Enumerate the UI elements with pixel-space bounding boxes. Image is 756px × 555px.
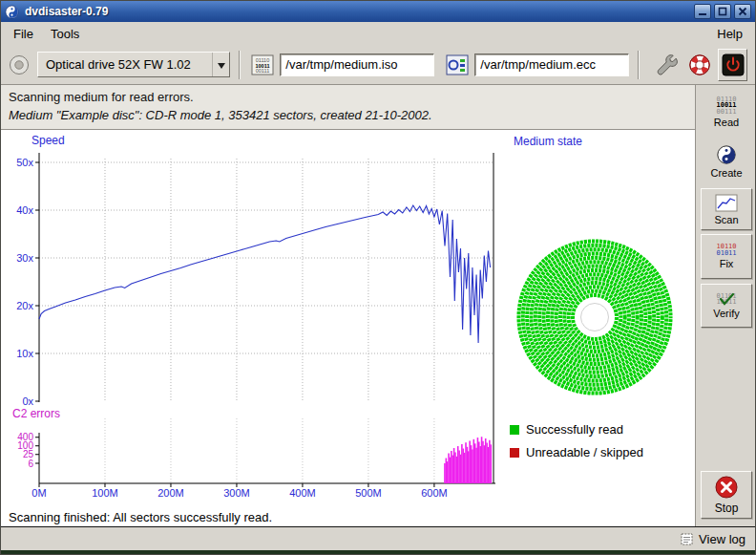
drive-selector-dropdown[interactable]: Optical drive 52X FW 1.02 xyxy=(37,52,230,77)
axis-tick-label: 200M xyxy=(158,487,184,499)
content-panel: Speed C2 errors 0x10x20x30x40x50x0M100M2… xyxy=(1,130,695,526)
read-button[interactable]: 01110 10011 00111 Read xyxy=(701,90,752,135)
disc-center-hole xyxy=(581,304,609,331)
fix-button-label: Fix xyxy=(720,258,734,269)
status-header-line1: Scanning medium for read errors. xyxy=(9,90,695,104)
menu-help[interactable]: Help xyxy=(708,25,751,43)
speed-and-c2-chart: 0x10x20x30x40x50x0M100M200M300M400M500M6… xyxy=(9,132,514,506)
ecc-path-input[interactable] xyxy=(474,53,629,76)
axis-tick-label: 0M xyxy=(32,487,46,499)
c2-errors-chart-title: C2 errors xyxy=(12,407,60,420)
status-header-line2: Medium "Example disc": CD-R mode 1, 3534… xyxy=(9,108,695,122)
legend-label-unreadable: Unreadable / skipped xyxy=(526,445,643,459)
axis-tick-label: 500M xyxy=(355,487,382,499)
medium-state-title: Medium state xyxy=(514,135,582,148)
status-header: Scanning medium for read errors. Medium … xyxy=(1,85,695,130)
verify-button[interactable]: 01101 10011 Verify xyxy=(701,284,752,328)
axis-tick-label: 20x xyxy=(16,300,33,311)
legend-swatch-unreadable xyxy=(510,448,519,458)
quit-button[interactable] xyxy=(718,49,747,81)
verify-icon: 01101 10011 xyxy=(716,293,736,306)
svg-text:00111: 00111 xyxy=(256,68,269,74)
legend-label-success: Successfully read xyxy=(526,422,623,437)
scan-button-label: Scan xyxy=(714,214,738,225)
axis-tick-label: 600M xyxy=(421,487,448,499)
disc-spiral-graphic xyxy=(511,232,679,402)
stop-icon xyxy=(714,475,739,500)
scan-result-message: Scanning finished: All sectors successfu… xyxy=(9,510,272,524)
log-window-icon xyxy=(681,533,693,545)
stop-button-label: Stop xyxy=(715,502,739,515)
ecc-file-icon xyxy=(446,54,469,75)
window-controls xyxy=(694,4,751,19)
create-button-label: Create xyxy=(710,167,742,179)
toolbar-separator xyxy=(239,51,241,79)
axis-tick-label: 400M xyxy=(289,487,316,499)
window-bottom-edge xyxy=(1,550,755,555)
toolbar-separator xyxy=(638,51,640,79)
axis-tick-label: 30x xyxy=(16,252,33,264)
legend-swatch-success xyxy=(510,425,519,435)
read-icon: 01110 10011 00111 xyxy=(716,96,736,116)
menubar: File Tools Help xyxy=(1,22,755,45)
maximize-button[interactable] xyxy=(714,4,731,19)
close-button[interactable] xyxy=(734,4,751,19)
titlebar[interactable]: dvdisaster-0.79 xyxy=(1,1,755,22)
axis-tick-label: 300M xyxy=(223,487,250,499)
create-button[interactable]: Create xyxy=(701,139,752,183)
fix-button[interactable]: 10110 01011 Fix xyxy=(701,234,752,279)
axis-tick-label: 10x xyxy=(16,348,33,359)
power-icon xyxy=(722,53,745,76)
verify-button-label: Verify xyxy=(713,308,740,319)
action-sidebar: 01110 10011 00111 Read Create xyxy=(695,85,756,526)
window-title: dvdisaster-0.79 xyxy=(25,5,688,18)
stop-button[interactable]: Stop xyxy=(701,471,752,519)
legend-item-unreadable: Unreadable / skipped xyxy=(510,445,643,459)
drive-icon xyxy=(9,54,30,75)
scan-button[interactable]: Scan xyxy=(701,188,752,230)
menu-file[interactable]: File xyxy=(5,25,42,43)
chevron-down-icon[interactable] xyxy=(212,53,229,76)
axis-tick-label: 400 xyxy=(17,432,33,442)
yin-yang-icon xyxy=(716,144,737,165)
app-icon xyxy=(5,5,19,19)
scan-charts: Speed C2 errors 0x10x20x30x40x50x0M100M2… xyxy=(9,132,514,506)
bottom-bar: View log xyxy=(1,526,755,550)
app-window: dvdisaster-0.79 File Tools Help Optical … xyxy=(0,0,756,555)
main-area: Scanning medium for read errors. Medium … xyxy=(1,85,755,526)
preferences-button[interactable] xyxy=(652,49,682,81)
axis-tick-label: 100M xyxy=(92,487,118,499)
view-log-button[interactable]: View log xyxy=(699,532,746,546)
checkmark-icon xyxy=(716,290,737,308)
axis-tick-label: 50x xyxy=(16,157,33,168)
toolbar: Optical drive 52X FW 1.02 01110 10011 00… xyxy=(1,45,755,85)
speed-chart-title: Speed xyxy=(32,134,65,147)
image-file-icon: 01110 10011 00111 xyxy=(251,54,274,75)
axis-tick-label: 40x xyxy=(16,204,33,216)
menu-tools[interactable]: Tools xyxy=(42,25,88,43)
read-button-label: Read xyxy=(714,117,739,128)
lifebuoy-icon xyxy=(688,53,711,76)
image-path-input[interactable] xyxy=(280,53,434,76)
scan-chart-icon xyxy=(715,194,738,212)
wrench-icon xyxy=(656,53,679,76)
drive-selector-value: Optical drive 52X FW 1.02 xyxy=(38,57,212,72)
legend-item-success: Successfully read xyxy=(510,422,623,437)
help-button[interactable] xyxy=(685,49,715,81)
fix-icon: 10110 01011 xyxy=(716,244,736,256)
minimize-button[interactable] xyxy=(694,4,711,19)
axis-tick-label: 0x xyxy=(22,395,33,407)
medium-state-disc xyxy=(511,232,679,402)
